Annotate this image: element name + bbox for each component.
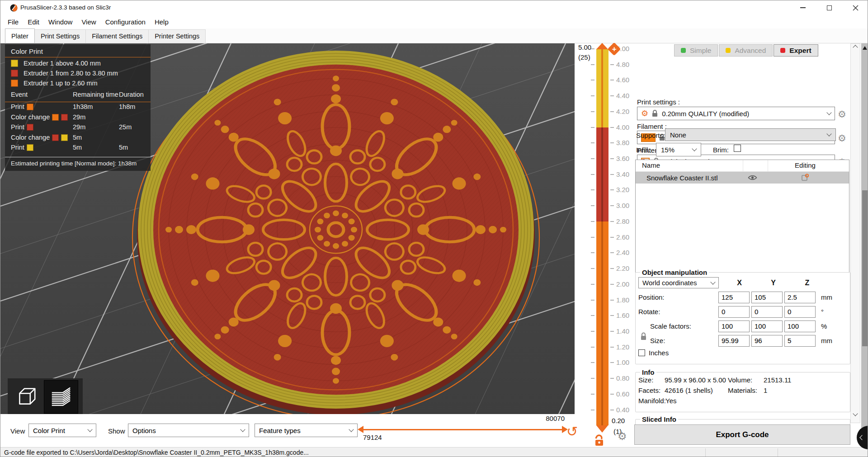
mode-simple[interactable]: Simple [674,44,718,57]
layer-slider-segment[interactable] [596,221,609,425]
manip-input[interactable] [784,320,816,332]
show-select[interactable]: Options [128,424,249,437]
mode-expert[interactable]: Expert [774,44,818,57]
layer-slider-segment[interactable] [596,49,609,127]
move-slider-track[interactable] [363,429,562,430]
3d-viewport[interactable]: Color Print Extruder 1 above 4.00 mmExtr… [0,43,575,414]
show-label: Show [108,427,125,435]
infill-value: 15% [661,146,675,154]
extruder-color-swatch [11,60,18,67]
size-label: Size: [638,376,653,384]
status-divider [778,448,778,457]
layer-tick-mark [591,300,594,301]
materials-label: Materials: [728,386,757,394]
legend-event-row: Color change29m [5,113,151,124]
size-value: 95.99 x 96.00 x 5.00 [665,376,726,384]
manip-input[interactable] [751,335,783,347]
layer-tick-label: 1.60 [616,311,629,319]
manip-input[interactable] [718,306,750,318]
event-cell: Print [11,123,33,131]
manip-unit: mm [821,293,832,301]
view-3d-button[interactable] [9,380,44,414]
layer-tick-mark [591,64,594,65]
move-slider-left-handle[interactable] [358,426,363,433]
layer-tick-mark [591,80,594,80]
object-settings-icon[interactable] [801,174,809,182]
view-select[interactable]: Color Print [28,424,96,437]
layer-tick-mark [610,80,614,80]
manip-input[interactable] [718,292,750,303]
print-settings-select[interactable]: ⚙ 0.20mm QUALITY (modified) [637,107,835,120]
tab-filament-settings[interactable]: Filament Settings [85,29,149,43]
feature-types-select[interactable]: Feature types [255,424,358,437]
window-scrollbar[interactable] [861,43,868,447]
inches-checkbox[interactable] [638,349,645,356]
layer-slider-lower-handle[interactable] [596,425,608,433]
maximize-button[interactable] [816,0,842,15]
tab-printer-settings[interactable]: Printer Settings [148,29,206,43]
menu-edit[interactable]: Edit [23,15,44,28]
sidebar-scrollbar[interactable] [850,43,860,423]
menu-window[interactable]: Window [44,15,77,28]
scrollbar-thumb[interactable] [862,190,868,346]
menu-view[interactable]: View [77,15,100,28]
menu-configuration[interactable]: Configuration [101,15,150,28]
tab-print-settings[interactable]: Print Settings [34,29,86,43]
layer-tick-mark [610,347,614,348]
event-color-swatch [27,144,33,151]
axis-header: Z [790,279,824,287]
event-color-swatch [61,134,68,141]
scrollbar-up-arrow-icon[interactable] [863,46,867,50]
bottom-bar: View Color Print Show Options Feature ty… [0,414,575,447]
color-print-legend: Color Print Extruder 1 above 4.00 mmExtr… [5,44,151,171]
collapse-sidebar-button[interactable] [857,426,868,449]
scroll-down-icon[interactable] [853,411,858,416]
manip-row: Size:mm [636,335,850,347]
manip-input[interactable] [718,320,750,332]
print-settings-gear-icon[interactable]: ⚙ [838,109,846,119]
layer-tick-mark [610,237,614,238]
manip-input[interactable] [784,306,816,318]
view-mode-toggles [8,378,83,414]
layer-range-lock-icon[interactable] [594,434,605,447]
extruder-label: Extruder 1 above 4.00 mm [24,60,101,67]
coordinates-select[interactable]: World coordinates [638,277,719,288]
legend-table-header: EventRemaining timeDuration [5,91,151,102]
manip-input[interactable] [718,335,750,347]
manip-input[interactable] [751,320,783,332]
menu-file[interactable]: File [3,15,23,28]
tab-plater[interactable]: Plater [5,28,35,43]
layer-tick-mark [610,205,614,206]
layer-slider-segment[interactable] [596,127,609,221]
scroll-up-icon[interactable] [853,45,858,50]
manip-input[interactable] [751,292,783,303]
menu-help[interactable]: Help [150,15,173,28]
infill-select[interactable]: 15% [656,143,701,156]
legend-event-row: Print1h38m1h8m [5,103,151,113]
slider-settings-gear-icon[interactable]: ⚙ [618,431,627,442]
close-button[interactable] [842,0,868,15]
layer-tick-label: 2.40 [616,249,629,256]
brim-checkbox[interactable] [734,145,741,152]
view-layers-button[interactable] [44,380,78,414]
mode-advanced[interactable]: Advanced [719,44,773,57]
reset-view-icon[interactable]: ↺ [566,425,578,438]
minimize-button[interactable] [790,0,816,15]
manip-input[interactable] [784,335,816,347]
duration-cell: 5m [119,144,128,151]
object-list-row[interactable]: Snowflake Coaster II.stl [636,172,849,184]
inches-row: Inches [638,349,850,357]
uniform-scale-lock-icon[interactable] [640,332,647,341]
facets-label: Facets: [638,386,660,394]
layer-slider-upper-handle[interactable] [596,43,608,49]
manip-input[interactable] [784,292,816,303]
supports-select[interactable]: None [665,128,836,141]
layer-slider-bar[interactable] [596,49,609,425]
export-gcode-button[interactable]: Export G-code [634,424,850,445]
manip-input[interactable] [751,306,783,318]
layer-tick-mark [610,252,614,253]
mode-dot-icon [726,48,731,53]
event-cell: Color change [11,134,68,141]
filament-gear-icon[interactable]: ⚙ [838,133,846,143]
eye-icon[interactable] [748,174,757,181]
